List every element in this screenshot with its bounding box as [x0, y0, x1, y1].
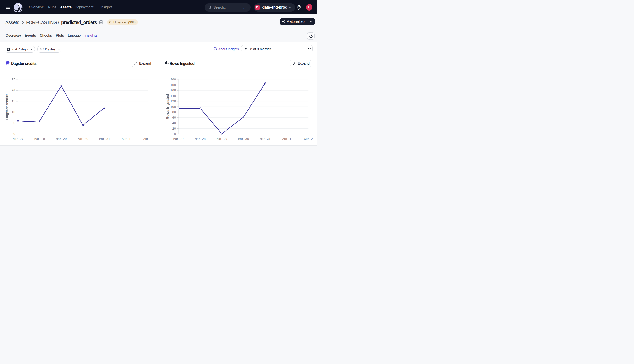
svg-text:20: 20	[172, 127, 176, 130]
svg-text:160: 160	[170, 89, 176, 92]
svg-text:Mar 28: Mar 28	[195, 137, 206, 141]
svg-text:Apr 1: Apr 1	[282, 137, 291, 141]
svg-text:Rows Ingested: Rows Ingested	[166, 94, 170, 119]
svg-text:100: 100	[170, 106, 176, 109]
svg-text:20: 20	[12, 89, 15, 92]
svg-text:Mar 28: Mar 28	[34, 137, 45, 141]
svg-text:Mar 27: Mar 27	[174, 137, 184, 141]
svg-text:?: ?	[298, 6, 300, 8]
svg-text:60: 60	[172, 116, 176, 120]
svg-text:80: 80	[172, 111, 176, 114]
svg-text:0: 0	[14, 132, 15, 136]
svg-text:Mar 30: Mar 30	[78, 137, 88, 141]
svg-text:Apr 2: Apr 2	[143, 137, 152, 141]
svg-text:Apr 2: Apr 2	[304, 137, 313, 141]
svg-text:Dagster credits: Dagster credits	[5, 94, 9, 120]
svg-text:5: 5	[14, 122, 15, 125]
svg-text:Mar 30: Mar 30	[238, 137, 249, 141]
svg-text:200: 200	[170, 78, 176, 82]
svg-text:10: 10	[12, 111, 15, 114]
svg-text:40: 40	[172, 122, 176, 125]
svg-text:Mar 27: Mar 27	[13, 137, 23, 141]
svg-text:Mar 31: Mar 31	[260, 137, 271, 141]
svg-text:Apr 1: Apr 1	[122, 137, 131, 141]
svg-text:180: 180	[170, 84, 176, 87]
svg-text:120: 120	[170, 100, 176, 103]
svg-text:0: 0	[174, 132, 176, 136]
svg-text:Mar 31: Mar 31	[99, 137, 110, 141]
svg-text:Mar 29: Mar 29	[56, 137, 66, 141]
svg-text:15: 15	[12, 100, 15, 103]
svg-text:Mar 29: Mar 29	[216, 137, 227, 141]
svg-text:140: 140	[170, 94, 176, 98]
svg-text:25: 25	[12, 78, 15, 82]
